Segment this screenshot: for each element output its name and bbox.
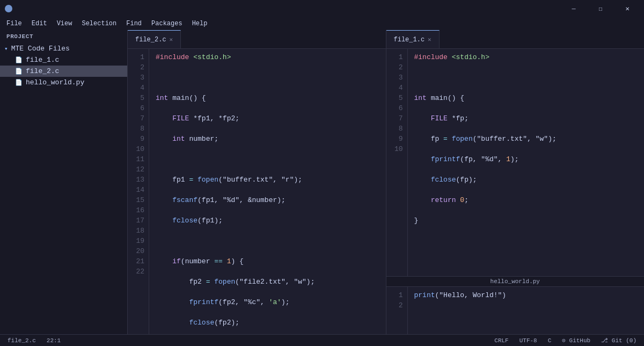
code-line: fclose(fp2); <box>156 318 386 328</box>
line-number: 6 <box>132 103 144 113</box>
tab-close-icon-right[interactable]: ✕ <box>428 36 431 43</box>
line-number: 5 <box>391 93 403 103</box>
code-line: fscanf(fp1, "%d", &number); <box>156 195 386 205</box>
left-line-numbers: 1 2 3 4 5 6 7 8 9 10 11 12 13 14 15 16 1… <box>128 49 149 334</box>
left-code-content: #include <stdio.h> int main() { FILE *fp… <box>149 49 386 334</box>
left-editor-pane: file_2.c ✕ 1 2 3 4 5 6 7 8 9 10 11 12 13… <box>128 30 386 334</box>
menu-item-selection[interactable]: Selection <box>77 19 121 28</box>
line-number: 10 <box>132 144 144 154</box>
code-line <box>414 73 645 83</box>
code-line: int main() { <box>414 93 645 103</box>
line-number: 8 <box>391 124 403 134</box>
line-number: 2 <box>391 62 403 73</box>
code-line: if(number == 1) { <box>156 256 386 266</box>
titlebar-controls: ─ □ ✕ <box>561 0 640 17</box>
line-number: 9 <box>391 134 403 144</box>
sidebar-file-hello_world-py[interactable]: 📄hello_world.py <box>0 77 127 88</box>
line-number: 21 <box>132 256 144 266</box>
line-number: 7 <box>132 113 144 124</box>
line-number: 6 <box>391 103 403 113</box>
line-number: 9 <box>132 134 144 144</box>
editor-area: file_2.c ✕ 1 2 3 4 5 6 7 8 9 10 11 12 13… <box>128 30 644 334</box>
code-line <box>156 236 386 246</box>
line-number: 3 <box>132 73 144 83</box>
right-bottom-code-content: print("Hello, World!") <box>408 287 645 334</box>
statusbar-right: CRLF UTF-8 C ⊙ GitHub ⎇ Git (0) <box>492 336 639 344</box>
line-number: 2 <box>391 300 403 311</box>
right-bottom-line-numbers: 1 2 <box>386 287 408 334</box>
status-position[interactable]: 22:1 <box>45 337 63 344</box>
maximize-button[interactable]: □ <box>588 0 613 17</box>
code-line: fclose(fp); <box>414 175 645 185</box>
line-number: 19 <box>132 236 144 246</box>
code-line: fprintf(fp2, "%c", 'a'); <box>156 297 386 307</box>
line-number: 13 <box>132 175 144 185</box>
status-line-ending[interactable]: CRLF <box>492 337 510 344</box>
bottom-file-label: hello_world.py <box>386 277 645 287</box>
menu-item-find[interactable]: Find <box>122 19 146 28</box>
left-tab-bar: file_2.c ✕ <box>128 30 386 49</box>
code-line <box>414 236 645 246</box>
line-number: 1 <box>391 52 403 62</box>
status-git[interactable]: ⎇ Git (0) <box>599 336 639 344</box>
right-top-pane: file_1.c ✕ 1 2 3 4 5 6 7 8 9 10 #include… <box>386 30 645 277</box>
github-icon: ⊙ <box>562 337 566 344</box>
right-tab-bar-top: file_1.c ✕ <box>386 30 645 49</box>
code-line: FILE *fp; <box>414 113 645 124</box>
file-icon: 📄 <box>15 79 23 86</box>
right-bottom-pane: hello_world.py 1 2 print("Hello, World!"… <box>386 277 645 334</box>
line-number: 5 <box>132 93 144 103</box>
code-line: int number; <box>156 134 386 144</box>
sidebar-folder[interactable]: ▾ MTE Code Files <box>0 43 127 54</box>
code-line: int main() { <box>156 93 386 103</box>
line-number: 2 <box>132 62 144 73</box>
right-tab-file1c[interactable]: file_1.c ✕ <box>386 30 440 48</box>
code-line <box>156 154 386 164</box>
line-number: 10 <box>391 144 403 154</box>
line-number: 1 <box>132 52 144 62</box>
tab-close-icon[interactable]: ✕ <box>170 36 173 43</box>
status-language[interactable]: C <box>546 337 554 344</box>
statusbar: file_2.c 22:1 CRLF UTF-8 C ⊙ GitHub ⎇ Gi… <box>0 334 644 346</box>
code-line: fp = fopen("buffer.txt", "w"); <box>414 134 645 144</box>
menu-item-packages[interactable]: Packages <box>147 19 187 28</box>
line-number: 4 <box>391 83 403 93</box>
line-number: 4 <box>132 83 144 93</box>
line-number: 1 <box>391 290 403 300</box>
menu-item-file[interactable]: File <box>2 19 26 28</box>
svg-point-0 <box>5 5 12 12</box>
menu-item-edit[interactable]: Edit <box>27 19 52 28</box>
right-top-line-numbers: 1 2 3 4 5 6 7 8 9 10 <box>386 49 408 276</box>
right-bottom-code-editor[interactable]: 1 2 print("Hello, World!") <box>386 287 645 334</box>
sidebar-file-file_2-c[interactable]: 📄file_2.c <box>0 66 127 77</box>
file-icon: 📄 <box>15 56 23 63</box>
menu-item-help[interactable]: Help <box>188 19 212 28</box>
status-github[interactable]: ⊙ GitHub <box>560 336 592 344</box>
status-encoding[interactable]: UTF-8 <box>517 337 539 344</box>
line-number: 15 <box>132 195 144 205</box>
app-icon <box>4 4 13 13</box>
code-line: #include <stdio.h> <box>156 52 386 62</box>
sidebar-header: Project <box>0 30 127 43</box>
code-line: print("Hello, World!") <box>414 290 645 300</box>
left-tab-file2c[interactable]: file_2.c ✕ <box>128 30 181 48</box>
git-branch-icon: ⎇ <box>601 337 608 344</box>
menu-item-view[interactable]: View <box>53 19 77 28</box>
left-code-editor[interactable]: 1 2 3 4 5 6 7 8 9 10 11 12 13 14 15 16 1… <box>128 49 386 334</box>
line-number: 7 <box>391 113 403 124</box>
status-file[interactable]: file_2.c <box>5 337 38 344</box>
titlebar: ─ □ ✕ <box>0 0 644 17</box>
code-line: return 0; <box>414 195 645 205</box>
code-line <box>156 73 386 83</box>
code-line: #include <stdio.h> <box>414 52 645 62</box>
right-editor-pane: file_1.c ✕ 1 2 3 4 5 6 7 8 9 10 #include… <box>386 30 645 334</box>
folder-arrow-icon: ▾ <box>4 45 8 52</box>
menubar: FileEditViewSelectionFindPackagesHelp <box>0 17 644 30</box>
right-top-code-editor[interactable]: 1 2 3 4 5 6 7 8 9 10 #include <stdio.h> … <box>386 49 645 276</box>
code-line: fp1 = fopen("buffer.txt", "r"); <box>156 175 386 185</box>
sidebar-file-file_1-c[interactable]: 📄file_1.c <box>0 54 127 66</box>
close-button[interactable]: ✕ <box>615 0 640 17</box>
minimize-button[interactable]: ─ <box>561 0 586 17</box>
folder-name: MTE Code Files <box>11 45 70 53</box>
code-line: } <box>414 215 645 226</box>
